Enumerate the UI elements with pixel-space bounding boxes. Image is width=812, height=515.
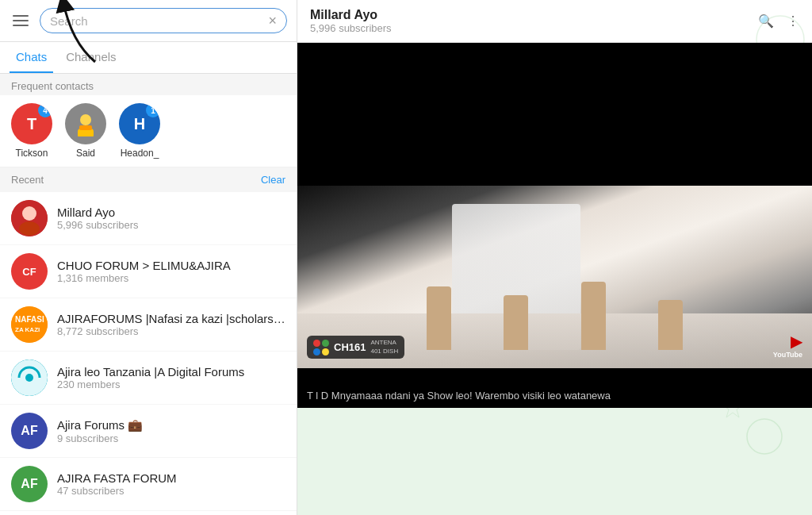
svg-point-4: [22, 206, 36, 221]
chat-sub-chuo-forum: 1,316 members: [57, 272, 285, 284]
svg-point-0: [80, 114, 91, 125]
media-bottom: T l D Mnyamaaa ndani ya Show leo! Waremb…: [297, 368, 812, 408]
clear-recent-button[interactable]: Clear: [261, 174, 285, 186]
chat-info-ajira-forums: Ajira Forums 💼 9 subscribers: [57, 418, 285, 444]
contact-badge-tickson: 4: [38, 103, 52, 117]
menu-button[interactable]: [10, 12, 32, 29]
chat-info-ajira-fasta: AJIRA FASTA FORUM 47 subscribers: [57, 471, 285, 497]
chat-list: Millard Ayo 5,996 subscribers CF CHUO FO…: [0, 192, 297, 515]
chat-name-chuo-forum: CHUO FORUM > ELIMU&AJIRA: [57, 259, 285, 272]
channel-name: Millard Ayo: [310, 8, 750, 22]
chat-item-ajiraforums[interactable]: NAFASI ZA KAZI AJIRAFORUMS |Nafasi za ka…: [0, 298, 297, 352]
ch-number: CH161: [334, 341, 366, 353]
ch-info: ANTENA 401 DISH: [370, 339, 398, 356]
contact-said[interactable]: Said: [65, 103, 106, 159]
svg-text:NAFASI: NAFASI: [15, 315, 44, 324]
svg-text:ZA KAZI: ZA KAZI: [15, 326, 40, 333]
contact-avatar-said: [65, 103, 106, 144]
chat-name-ajira-fasta: AJIRA FASTA FORUM: [57, 471, 285, 485]
chat-avatar-ajira-forums: AF: [11, 413, 48, 449]
frequent-contacts: T 4 Tickson Said H 1 Headon_: [0, 95, 297, 167]
chat-avatar-millard-ayo: [11, 200, 48, 236]
chat-name-ajira-forums: Ajira Forums 💼: [57, 418, 285, 432]
chat-sub-ajiraforums: 8,772 subscribers: [57, 325, 285, 337]
svg-rect-2: [79, 125, 92, 130]
content-area: CH161 ANTENA 401 DISH ▶ YouTube T l D Mn…: [297, 43, 812, 515]
chat-sub-ajira-forums: 9 subscribers: [57, 432, 285, 444]
svg-point-5: [19, 221, 40, 236]
clear-search-icon[interactable]: ×: [268, 13, 277, 28]
caption-text: T l D Mnyamaaa ndani ya Show leo! Waremb…: [307, 390, 611, 402]
chat-name-ajiraforums: AJIRAFORUMS |Nafasi za kazi |scholarshi.…: [57, 312, 285, 325]
right-panel: Millard Ayo 5,996 subscribers 🔍 ⋮: [297, 0, 812, 515]
chat-info-millard-ayo: Millard Ayo 5,996 subscribers: [57, 206, 285, 231]
tabs-bar: Chats Channels: [0, 42, 297, 74]
contact-avatar-headon: H 1: [119, 103, 160, 144]
frequent-contacts-label: Frequent contacts: [0, 74, 297, 95]
channel-header: Millard Ayo 5,996 subscribers 🔍 ⋮: [297, 0, 812, 43]
media-top-black: [297, 43, 812, 186]
contact-avatar-tickson: T 4: [11, 103, 52, 144]
tab-chats[interactable]: Chats: [10, 42, 53, 73]
channel-actions: 🔍 ⋮: [758, 13, 799, 29]
recent-header: Recent Clear: [0, 167, 297, 192]
search-icon[interactable]: 🔍: [758, 13, 774, 29]
ch161-badge: CH161 ANTENA 401 DISH: [307, 336, 404, 359]
media-middle: CH161 ANTENA 401 DISH ▶ YouTube: [297, 186, 812, 368]
chat-avatar-ajira-leo: [11, 359, 48, 396]
chat-item-chuo-forum[interactable]: CF CHUO FORUM > ELIMU&AJIRA 1,316 member…: [0, 245, 297, 298]
chat-item-bbc-swahili[interactable]: BBC BBC Swahili 5,600+ subscribers: [0, 511, 297, 515]
chat-info-chuo-forum: CHUO FORUM > ELIMU&AJIRA 1,316 members: [57, 259, 285, 284]
chat-name-ajira-leo: Ajira leo Tanzania |A Digital Forums: [57, 365, 285, 379]
svg-rect-6: [11, 306, 48, 343]
svg-point-10: [25, 374, 33, 382]
chat-item-ajira-forums[interactable]: AF Ajira Forums 💼 9 subscribers: [0, 405, 297, 458]
media-section: CH161 ANTENA 401 DISH ▶ YouTube T l D Mn…: [297, 43, 812, 515]
header: ×: [0, 0, 297, 42]
youtube-badge: ▶ YouTube: [773, 332, 802, 359]
chat-avatar-ajira-fasta: AF: [11, 466, 48, 502]
recent-label: Recent: [11, 174, 44, 186]
contact-badge-headon: 1: [146, 103, 160, 117]
contact-name-tickson: Tickson: [16, 148, 48, 159]
chat-sub-ajira-fasta: 47 subscribers: [57, 485, 285, 497]
chat-item-ajira-fasta[interactable]: AF AJIRA FASTA FORUM 47 subscribers: [0, 458, 297, 511]
contact-tickson[interactable]: T 4 Tickson: [11, 103, 52, 159]
channel-subs: 5,996 subscribers: [310, 22, 750, 34]
chat-item-millard-ayo[interactable]: Millard Ayo 5,996 subscribers: [0, 192, 297, 245]
contact-name-headon: Headon_: [121, 148, 159, 159]
chat-sub-millard-ayo: 5,996 subscribers: [57, 219, 285, 231]
chat-name-millard-ayo: Millard Ayo: [57, 206, 285, 219]
ch-logo: [313, 340, 329, 356]
chat-avatar-chuo-forum: CF: [11, 253, 48, 290]
left-panel: × Chats Channels Frequent contacts T 4 T…: [0, 0, 297, 515]
chat-item-ajira-leo[interactable]: Ajira leo Tanzania |A Digital Forums 230…: [0, 352, 297, 405]
contact-headon[interactable]: H 1 Headon_: [119, 103, 160, 159]
chat-avatar-ajiraforums: NAFASI ZA KAZI: [11, 306, 48, 343]
chat-info-ajira-leo: Ajira leo Tanzania |A Digital Forums 230…: [57, 365, 285, 390]
more-icon[interactable]: ⋮: [787, 13, 799, 29]
channel-info: Millard Ayo 5,996 subscribers: [310, 8, 750, 34]
contact-name-said: Said: [76, 148, 95, 159]
chat-info-ajiraforums: AJIRAFORUMS |Nafasi za kazi |scholarshi.…: [57, 312, 285, 337]
chat-sub-ajira-leo: 230 members: [57, 379, 285, 390]
